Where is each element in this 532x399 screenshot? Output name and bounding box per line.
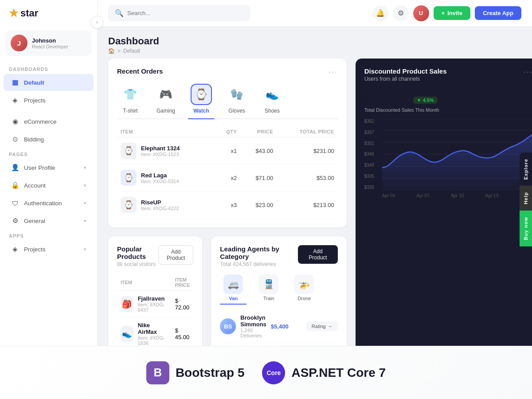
sidebar-item-account[interactable]: 🔒 Account ▾ [4,177,94,194]
card-menu-icon[interactable]: ··· [329,67,338,77]
sidebar-user[interactable]: J Johnson React Developer [5,30,92,56]
sidebar-item-label: Authentication [24,200,62,207]
chart-amount: 3,706 [373,89,409,106]
card-header: Recent Orders ··· [117,67,338,77]
tab-gaming[interactable]: 🎮 Gaming [153,84,179,118]
sidebar-item-bidding[interactable]: ⊙ Bidding [4,131,94,148]
recent-orders-title: Recent Orders [117,67,163,75]
orders-table: ITEM QTY PRICE TOTAL PRICE ⌚ [117,126,338,219]
train-label: Train [263,296,274,301]
discounted-subtitle: Users from all channels [364,76,447,82]
promo-aspnet: Core ASP.NET Core 7 [262,361,386,384]
sidebar-item-authentication[interactable]: 🛡 Authentication ▾ [4,195,94,211]
chart-menu-icon[interactable]: ··· [524,67,532,77]
item-name: Red Laga [141,172,179,179]
tab-watch[interactable]: ⌚ Watch [188,84,215,118]
grid-icon: ▦ [11,78,20,87]
plus-icon: + [442,10,445,16]
chart-badge: ▼ 4.5% [413,97,438,104]
sidebar-item-general[interactable]: ⚙ General ▾ [4,212,94,229]
rating-button[interactable]: Rating → [306,321,338,331]
item-code: Item: #XDG-4222 [141,206,179,211]
promo-bootstrap: B Bootstrap 5 [146,361,245,384]
recent-orders-card: Recent Orders ··· 👕 T-shirt 🎮 Gaming [108,59,347,227]
user-icon: 👤 [11,163,20,172]
settings-icon[interactable]: ⚙ [393,5,409,21]
drone-icon: 🚁 [294,274,314,294]
topbar-avatar[interactable]: U [413,5,429,21]
general-icon: ⚙ [11,216,20,225]
search-input[interactable] [127,10,243,16]
agent-tab-drone[interactable]: 🚁 Drone [291,274,317,305]
sidebar-collapse-button[interactable]: ‹ [91,16,103,28]
invite-button[interactable]: + Invite [434,6,471,20]
leading-agents-title: Leading Agents by Category [220,245,298,260]
sidebar-item-user-profile[interactable]: 👤 User Profile ▾ [4,159,94,176]
search-box[interactable]: 🔍 [108,5,250,21]
tshirt-tab-label: T-shirt [123,108,137,114]
star-icon: ★ [9,7,19,20]
explore-label[interactable]: Explore [520,153,532,186]
add-product-button[interactable]: Add Product [158,245,193,265]
table-row: ⌚ Red Laga Item: #XDG-5314 x2 $71.00 $53… [117,164,338,192]
chevron-down-icon: ▾ [84,218,86,224]
buy-now-label[interactable]: Buy now [520,211,532,246]
watch-tab-label: Watch [193,108,209,114]
item-total: $231.00 [277,137,337,164]
table-row: ⌚ Elephant 1324 Item: #XDG-1523 x1 $43.0… [117,137,338,164]
tab-gloves[interactable]: 🧤 Gloves [223,84,250,118]
chart-description: Total Discounted Sales This Month [364,107,532,113]
help-label[interactable]: Help [520,186,532,211]
y-label: $362 [364,119,379,124]
notification-icon[interactable]: 🔔 [372,5,388,21]
agent-name: Brooklyn Simmons [240,314,266,328]
chevron-down-icon: ▾ [84,200,86,206]
chart-svg-container: Apr 04 Apr 07 Apr 10 Apr 13 Apr 18 [382,119,532,198]
item-code: Item: #XDG-1523 [141,152,180,157]
discounted-title: Discounted Product Sales [364,67,447,75]
page-title: Dashboard [108,35,159,47]
tab-shoes[interactable]: 👟 Shoes [259,84,286,118]
aspnet-text: ASP.NET Core 7 [291,366,386,380]
sidebar-item-projects[interactable]: ◈ Projects [4,92,94,109]
item-qty: x3 [214,192,240,219]
y-label: $330 [364,185,379,190]
sidebar-item-projects-app[interactable]: ◈ Projects ▾ [4,241,94,258]
leading-agents-add-button[interactable]: Add Product [298,245,337,264]
x-label: Apr 04 [382,193,395,198]
sidebar: ★ star ‹ J Johnson React Developer DASHB… [0,0,98,399]
watch-tab-icon: ⌚ [191,84,212,105]
drone-label: Drone [297,296,311,301]
col-total: TOTAL PRICE [277,126,337,137]
breadcrumb: 🏠 > Default [108,48,159,54]
agent-tab-van[interactable]: 🚐 Van [220,274,246,305]
item-image: ⌚ [121,143,137,159]
leading-agents-subtitle: Total 424,567 deliveries [220,261,298,267]
create-app-button[interactable]: Create App [475,6,521,20]
col-qty: QTY [214,126,240,137]
breadcrumb-current: Default [123,48,140,54]
gaming-tab-icon: 🎮 [155,84,176,105]
col-item: ITEM [117,274,172,291]
sidebar-item-label: Default [24,79,44,86]
section-label-dashboards: DASHBOARDS [0,63,97,74]
y-label: $335 [364,174,379,179]
gloves-tab-icon: 🧤 [226,84,247,105]
x-label: Apr 13 [485,193,498,198]
avatar: J [11,35,27,51]
tshirt-tab-icon: 👕 [120,84,141,105]
item-total: $53.00 [277,164,337,192]
van-label: Van [229,296,238,301]
user-role: React Developer [32,44,68,49]
card-header: Discounted Product Sales Users from all … [364,67,532,82]
item-qty: x2 [214,164,240,192]
item-price: $43.00 [240,137,277,164]
tab-tshirt[interactable]: 👕 T-shirt [117,84,144,118]
x-label: Apr 07 [416,193,429,198]
col-price: ITEM PRICE [172,274,194,291]
sidebar-item-ecommerce[interactable]: ◉ eCommerce [4,113,94,130]
section-label-pages: PAGES [0,148,97,159]
sidebar-item-label: Projects [24,246,46,253]
agent-tab-train[interactable]: 🚆 Train [255,274,282,305]
sidebar-item-default[interactable]: ▦ Default [4,74,94,91]
